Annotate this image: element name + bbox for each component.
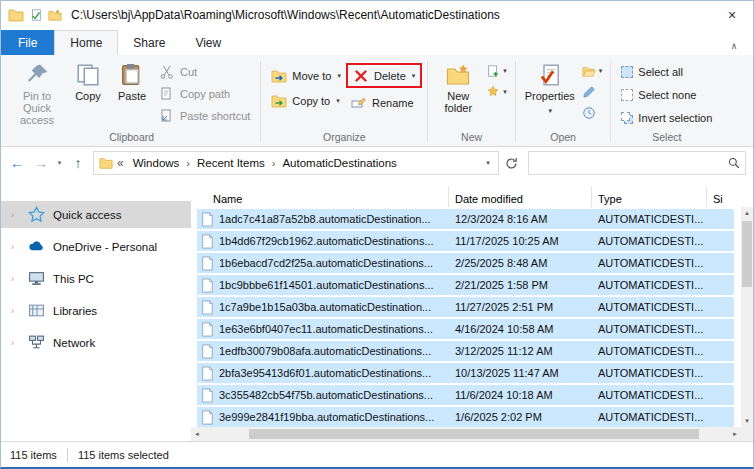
select-all-button[interactable]: Select all (616, 61, 717, 82)
pin-icon (25, 63, 49, 87)
breadcrumb[interactable]: « Windows › Recent Items › AutomaticDest… (93, 151, 499, 175)
file-row[interactable]: 3e999e2841f19bba.automaticDestinations..… (197, 407, 734, 427)
qat-new-folder-icon[interactable] (48, 8, 62, 22)
scroll-right-icon[interactable]: ▸ (729, 427, 741, 441)
file-row[interactable]: 1b4dd67f29cb1962.automaticDestinations..… (197, 231, 734, 251)
close-button[interactable]: × (711, 1, 753, 29)
tab-home[interactable]: Home (54, 30, 118, 55)
file-date: 11/27/2025 2:51 PM (449, 301, 592, 313)
dropdown-caret-icon: ▾ (336, 97, 340, 105)
select-group-label: Select (616, 129, 717, 146)
new-group-label: New (433, 129, 510, 146)
file-date: 2/25/2025 8:48 AM (449, 257, 592, 269)
column-header-name[interactable]: Name (197, 187, 449, 207)
refresh-icon[interactable] (499, 151, 523, 175)
dropdown-caret-icon: ▾ (549, 105, 553, 117)
file-row[interactable]: 1adc7c41a87a52b8.automaticDestination...… (197, 209, 734, 229)
file-row[interactable]: 1bc9bbbe61f14501.automaticDestinations..… (197, 275, 734, 295)
file-row[interactable]: 1edfb30079b08afa.automaticDestinations..… (197, 341, 734, 361)
file-name: 3c355482cb54f75b.automaticDestinations..… (219, 389, 433, 401)
copy-label: Copy (75, 90, 101, 102)
horizontal-scrollbar[interactable]: ◂ ▸ (191, 427, 741, 441)
vertical-scrollbar[interactable]: ▴ ▾ (741, 207, 753, 427)
tab-view[interactable]: View (180, 30, 236, 55)
scroll-down-icon[interactable]: ▾ (741, 415, 753, 427)
copy-path-label: Copy path (180, 88, 230, 100)
back-button[interactable]: ← (5, 151, 29, 175)
properties-icon (538, 63, 562, 87)
scroll-left-icon[interactable]: ◂ (191, 427, 203, 441)
sidebar-label: OneDrive - Personal (53, 241, 157, 253)
file-type: AUTOMATICDESTI... (592, 389, 707, 401)
rename-icon (351, 95, 367, 111)
sidebar-item-onedrive[interactable]: › OneDrive - Personal (1, 233, 191, 260)
file-row[interactable]: 3c355482cb54f75b.automaticDestinations..… (197, 385, 734, 405)
sidebar-item-this-pc[interactable]: › This PC (1, 265, 191, 292)
file-row[interactable]: 2bfa3e95413d6f01.automaticDestinations..… (197, 363, 734, 383)
new-item-icon (486, 64, 500, 78)
edit-button[interactable] (579, 82, 606, 102)
file-date: 1/6/2025 2:02 PM (449, 411, 592, 423)
forward-button[interactable]: → (29, 151, 53, 175)
dropdown-caret-icon: ▾ (599, 67, 603, 75)
dropdown-caret-icon: ▾ (337, 72, 341, 80)
scrollbar-corner (741, 427, 753, 441)
invert-selection-icon (621, 112, 633, 124)
sidebar-item-quick-access[interactable]: › Quick access (1, 201, 191, 228)
sidebar-item-network[interactable]: › Network (1, 329, 191, 356)
tab-share[interactable]: Share (118, 30, 180, 55)
breadcrumb-item-windows[interactable]: Windows (128, 152, 185, 174)
file-type: AUTOMATICDESTI... (592, 235, 707, 247)
history-button[interactable] (579, 103, 606, 123)
recent-locations-icon[interactable]: ▾ (53, 151, 66, 175)
cut-button[interactable]: Cut (154, 61, 255, 82)
scissors-icon (159, 64, 175, 80)
copy-button[interactable]: Copy (66, 58, 110, 124)
delete-button[interactable]: Delete ▾ (348, 65, 420, 86)
breadcrumb-overflow-icon[interactable]: « (114, 156, 127, 170)
vertical-scroll-thumb[interactable] (742, 221, 752, 287)
copy-to-button[interactable]: Copy to ▾ (266, 90, 346, 111)
sidebar-item-libraries[interactable]: › Libraries (1, 297, 191, 324)
breadcrumb-item-recent-items[interactable]: Recent Items (192, 152, 270, 174)
file-date: 12/3/2024 8:16 AM (449, 213, 592, 225)
new-folder-label: New folder (433, 90, 483, 114)
invert-selection-button[interactable]: Invert selection (616, 107, 717, 128)
file-row[interactable]: 1b6ebacd7cd2f25a.automaticDestinations..… (197, 253, 734, 273)
file-row[interactable]: 1c7a9be1b15a03ba.automaticDestination...… (197, 297, 734, 317)
column-header-size[interactable]: Si (707, 187, 737, 207)
file-date: 4/16/2024 10:58 AM (449, 323, 592, 335)
qat-properties-icon[interactable] (29, 8, 43, 22)
breadcrumb-item-automaticdestinations[interactable]: AutomaticDestinations (277, 152, 401, 174)
chevron-right-icon: › (185, 157, 191, 169)
tab-file[interactable]: File (1, 30, 54, 55)
properties-button[interactable]: Properties ▾ (521, 58, 579, 124)
up-button[interactable]: ↑ (66, 151, 90, 175)
open-button[interactable]: ▾ (579, 61, 606, 81)
scroll-up-icon[interactable]: ▴ (741, 207, 753, 219)
minimize-ribbon-icon[interactable]: ∧ (723, 41, 745, 51)
paste-shortcut-button[interactable]: Paste shortcut (154, 105, 255, 126)
horizontal-scroll-thumb[interactable] (249, 429, 699, 439)
ribbon-group-new: New folder ▾ ▾ (428, 57, 515, 146)
file-row[interactable]: 1e63e6bf0407ec11.automaticDestinations..… (197, 319, 734, 339)
select-none-button[interactable]: Select none (616, 84, 717, 105)
column-header-type[interactable]: Type (592, 187, 707, 207)
new-item-button[interactable]: ▾ (483, 61, 510, 81)
navigation-pane: › Quick access › OneDrive - Personal › T… (1, 179, 191, 441)
move-to-button[interactable]: Move to ▾ (266, 65, 346, 86)
address-dropdown-icon[interactable]: ▾ (480, 159, 496, 167)
file-rows: 1adc7c41a87a52b8.automaticDestination...… (197, 209, 753, 427)
file-name: 1b6ebacd7cd2f25a.automaticDestinations..… (219, 257, 433, 269)
rename-button[interactable]: Rename (346, 92, 422, 113)
column-header-date-modified[interactable]: Date modified (449, 187, 592, 207)
paste-button[interactable]: Paste (110, 58, 154, 124)
new-folder-button[interactable]: New folder (433, 58, 483, 124)
main-content: › Quick access › OneDrive - Personal › T… (1, 179, 753, 441)
easy-access-button[interactable]: ▾ (483, 82, 510, 102)
open-group-label: Open (521, 129, 606, 146)
search-input[interactable] (534, 152, 728, 174)
open-small-buttons: ▾ (579, 58, 606, 123)
copy-path-button[interactable]: Copy path (154, 83, 255, 104)
pin-to-quick-access-button[interactable]: Pin to Quick access (8, 58, 66, 124)
